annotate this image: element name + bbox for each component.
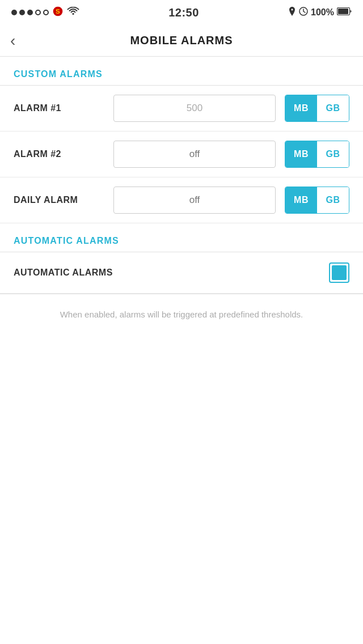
dot-5 — [43, 10, 49, 15]
automatic-alarms-toggle[interactable] — [329, 262, 349, 283]
alarm1-row: ALARM #1 MB GB — [0, 86, 363, 132]
superman-icon: S — [52, 6, 64, 20]
daily-alarm-row: DAILY ALARM MB GB — [0, 177, 363, 223]
dot-1 — [11, 10, 17, 15]
custom-alarms-heading: CUSTOM ALARMS — [0, 57, 363, 85]
daily-alarm-unit-toggle: MB GB — [285, 187, 349, 214]
svg-text:S: S — [56, 7, 60, 15]
automatic-alarms-description: When enabled, alarms will be triggered a… — [0, 294, 363, 335]
automatic-alarms-label: AUTOMATIC ALARMS — [14, 268, 113, 278]
back-button[interactable]: ‹ — [10, 33, 15, 49]
alarm1-label: ALARM #1 — [14, 103, 104, 113]
custom-alarms-section: CUSTOM ALARMS ALARM #1 MB GB ALARM #2 MB… — [0, 57, 363, 223]
check-fill — [332, 265, 347, 280]
alarm1-mb-button[interactable]: MB — [285, 95, 317, 121]
alarm1-gb-button[interactable]: GB — [317, 95, 349, 121]
automatic-alarms-heading: AUTOMATIC ALARMS — [0, 223, 363, 252]
alarm2-row: ALARM #2 MB GB — [0, 132, 363, 177]
alarm2-gb-button[interactable]: GB — [317, 141, 349, 167]
automatic-alarms-section: AUTOMATIC ALARMS AUTOMATIC ALARMS When e… — [0, 223, 363, 335]
alarm2-label: ALARM #2 — [14, 149, 104, 159]
status-bar: S 12:50 100% — [0, 0, 363, 25]
alarm2-mb-button[interactable]: MB — [285, 141, 317, 167]
page-title: MOBILE ALARMS — [130, 34, 233, 47]
svg-rect-5 — [338, 9, 348, 14]
status-time: 12:50 — [168, 6, 199, 19]
wifi-icon — [67, 7, 79, 19]
location-icon — [288, 7, 296, 18]
dot-2 — [19, 10, 25, 15]
dot-4 — [35, 10, 41, 15]
automatic-alarms-row: AUTOMATIC ALARMS — [0, 252, 363, 294]
daily-alarm-mb-button[interactable]: MB — [285, 187, 317, 213]
daily-alarm-input[interactable] — [113, 187, 276, 214]
nav-bar: ‹ MOBILE ALARMS — [0, 25, 363, 57]
alarm2-unit-toggle: MB GB — [285, 141, 349, 168]
clock-icon — [299, 7, 308, 18]
alarm1-input[interactable] — [113, 95, 276, 122]
signal-dots — [11, 10, 49, 15]
status-left: S — [11, 6, 79, 20]
svg-point-2 — [73, 13, 74, 15]
daily-alarm-label: DAILY ALARM — [14, 195, 104, 205]
alarm1-unit-toggle: MB GB — [285, 95, 349, 122]
battery-percentage: 100% — [311, 7, 334, 18]
alarm2-input[interactable] — [113, 141, 276, 168]
dot-3 — [27, 10, 33, 15]
battery-icon — [337, 7, 352, 18]
daily-alarm-gb-button[interactable]: GB — [317, 187, 349, 213]
status-right: 100% — [288, 7, 352, 18]
